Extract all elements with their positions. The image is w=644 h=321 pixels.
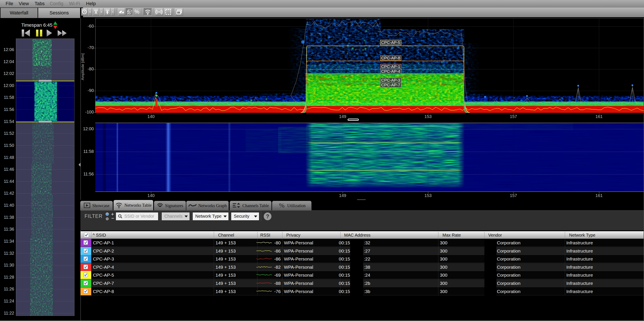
svg-text:CPC-AP-3: CPC-AP-3 <box>381 78 400 83</box>
svg-text:%: % <box>279 202 284 209</box>
svg-text:CPC-AP-1: CPC-AP-1 <box>381 64 400 69</box>
svg-text:X: X <box>95 10 97 15</box>
svg-text:CPC-AP-7: CPC-AP-7 <box>381 83 400 87</box>
svg-text:CPC-AP-4: CPC-AP-4 <box>381 69 400 74</box>
svg-text:%: % <box>134 9 140 15</box>
svg-text:CPC-AP-8: CPC-AP-8 <box>381 56 400 60</box>
svg-text:CPC-AP-5: CPC-AP-5 <box>381 40 400 45</box>
